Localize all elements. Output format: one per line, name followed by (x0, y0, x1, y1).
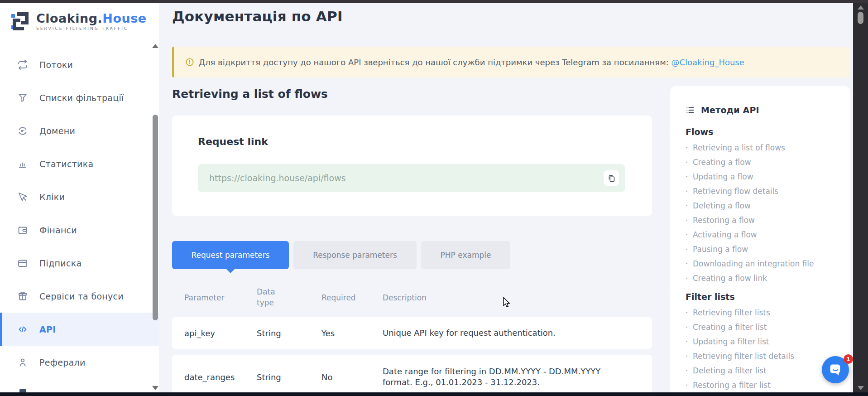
sidebar-item-statistics[interactable]: Статистика (0, 147, 159, 180)
cell-parameter: date_ranges (184, 372, 257, 382)
method-link[interactable]: ·Updating a flow (686, 169, 841, 184)
parameters-tabs: Request parameters Response parameters P… (172, 241, 510, 269)
request-url-field[interactable]: https://cloaking.house/api/flows (198, 164, 625, 192)
cell-required: Yes (321, 328, 383, 338)
method-link[interactable]: ·Retrieving filter list details (686, 349, 841, 363)
sidebar-item-api[interactable]: API (0, 313, 159, 346)
app-window: Cloaking.House SERVICE FILTERING TRAFFIC… (0, 0, 868, 396)
sidebar-item-label: Сервіси та бонуси (39, 291, 124, 301)
sidebar-item-services-bonuses[interactable]: Сервіси та бонуси (0, 280, 159, 313)
filter-funnel-icon (17, 92, 28, 103)
api-code-icon (17, 324, 28, 335)
method-link[interactable]: ·Creating a flow (686, 155, 841, 169)
tab-request-parameters[interactable]: Request parameters (172, 241, 289, 269)
method-link[interactable]: ·Downloading an integration file (686, 256, 841, 271)
method-link[interactable]: ·Retrieving filter lists (686, 305, 841, 320)
sidebar-item-subscription[interactable]: Підписка (0, 246, 159, 280)
brand-name: Cloaking. (36, 11, 102, 25)
cell-description: Unique API key for request authenticatio… (383, 328, 618, 338)
copy-icon (607, 174, 616, 183)
method-link[interactable]: ·Restoring a flow (686, 213, 841, 227)
referrals-person-icon (17, 357, 28, 368)
page-scroll-down-arrow[interactable] (858, 386, 864, 390)
settings-icon-partial (19, 389, 26, 392)
api-methods-panel: Методи API Flows ·Retrieving a list of f… (670, 86, 850, 392)
chat-unread-badge: 1 (844, 354, 853, 364)
cell-description: Date range for filtering in DD.MM.YYYY -… (383, 366, 618, 388)
statistics-chart-icon (17, 159, 28, 169)
request-url-value: https://cloaking.house/api/flows (209, 173, 346, 183)
sidebar-item-clicks[interactable]: Кліки (0, 180, 159, 213)
sidebar-item-label: Статистика (39, 159, 93, 169)
sidebar-item-label: Реферали (39, 357, 86, 367)
sidebar-item-label: API (39, 324, 56, 334)
sidebar-item-domains[interactable]: Домени (0, 114, 159, 147)
list-icon (686, 106, 695, 115)
main-content: Документація по API Для відкриття доступ… (159, 3, 853, 392)
sidebar-item-flows[interactable]: Потоки (0, 48, 159, 81)
sidebar-item-label: Списки фільтрації (39, 93, 124, 103)
services-gift-icon (17, 291, 28, 302)
sidebar-item-label: Кліки (39, 192, 65, 202)
method-link[interactable]: ·Restoring a filter list (686, 378, 841, 392)
methods-group-filter-lists: Filter lists (686, 292, 841, 302)
method-link[interactable]: ·Retrieving flow details (686, 184, 841, 198)
chat-bubble-icon (828, 363, 843, 377)
telegram-support-link[interactable]: @Cloaking_House (671, 58, 744, 67)
header-required: Required (321, 293, 383, 302)
header-description: Description (383, 293, 618, 303)
sidebar-scroll-thumb[interactable] (153, 115, 158, 320)
sidebar-item-label: Домени (39, 126, 75, 136)
sidebar-item-label: Фінанси (39, 225, 77, 235)
sidebar-nav: Потоки Списки фільтрації Домени Статисти… (0, 48, 159, 379)
table-row: api_key String Yes Unique API key for re… (172, 317, 652, 349)
sidebar-item-referrals[interactable]: Реферали (0, 346, 159, 379)
logo-mark-icon (11, 11, 31, 32)
header-data-type: Data type (257, 287, 321, 309)
method-link[interactable]: ·Creating a filter list (686, 320, 841, 334)
api-methods-header: Методи API (686, 105, 841, 115)
sidebar-item-finances[interactable]: Фінанси (0, 213, 159, 246)
method-link[interactable]: ·Deleting a filter list (686, 363, 841, 378)
domains-globe-icon (17, 126, 28, 136)
banner-text: Для відкриття доступу до нашого API звер… (199, 58, 669, 67)
method-link[interactable]: ·Deleting a flow (686, 198, 841, 213)
brand-name-accent: House (102, 11, 146, 25)
section-title: Retrieving a list of flows (172, 87, 328, 101)
page-scroll-thumb[interactable] (858, 12, 863, 24)
flows-sync-icon (17, 59, 28, 70)
logo[interactable]: Cloaking.House SERVICE FILTERING TRAFFIC (11, 11, 147, 32)
cell-data-type: String (257, 328, 321, 338)
brand-tagline: SERVICE FILTERING TRAFFIC (36, 26, 147, 31)
top-window-edge (0, 0, 868, 3)
tab-php-example[interactable]: PHP example (421, 241, 510, 269)
methods-group-flows: Flows (686, 127, 841, 137)
method-link[interactable]: ·Pausing a flow (686, 242, 841, 256)
api-access-banner: Для відкриття доступу до нашого API звер… (172, 47, 850, 77)
copy-url-button[interactable] (604, 170, 619, 186)
method-link[interactable]: ·Retrieving a list of flows (686, 140, 841, 155)
cell-required: No (321, 372, 383, 382)
table-row: date_ranges String No Date range for fil… (172, 355, 652, 392)
header-parameter: Parameter (184, 293, 257, 302)
clicks-cursor-icon (17, 192, 28, 203)
filter-lists-method-list: ·Retrieving filter lists ·Creating a fil… (686, 305, 841, 392)
table-header-row: Parameter Data type Required Description (172, 281, 652, 314)
sidebar-scroll-up-arrow[interactable] (152, 44, 158, 48)
method-link[interactable]: ·Updating a filter list (686, 334, 841, 349)
flows-method-list: ·Retrieving a list of flows ·Creating a … (686, 140, 841, 285)
method-link[interactable]: ·Creating a flow link (686, 271, 841, 285)
sidebar-item-label: Підписка (39, 258, 82, 268)
sidebar: Cloaking.House SERVICE FILTERING TRAFFIC… (0, 3, 159, 392)
page-scroll-up-arrow[interactable] (858, 5, 864, 10)
warning-icon (185, 58, 194, 67)
cell-parameter: api_key (184, 328, 257, 338)
bottom-window-edge (0, 392, 868, 396)
sidebar-item-filter-lists[interactable]: Списки фільтрації (0, 81, 159, 114)
page-scrollbar[interactable] (853, 3, 868, 392)
page-title: Документація по API (172, 8, 343, 24)
tab-response-parameters[interactable]: Response parameters (293, 241, 417, 269)
method-link[interactable]: ·Activating a flow (686, 227, 841, 242)
request-link-card: Request link https://cloaking.house/api/… (172, 116, 652, 216)
sidebar-scroll-down-arrow[interactable] (152, 386, 158, 390)
